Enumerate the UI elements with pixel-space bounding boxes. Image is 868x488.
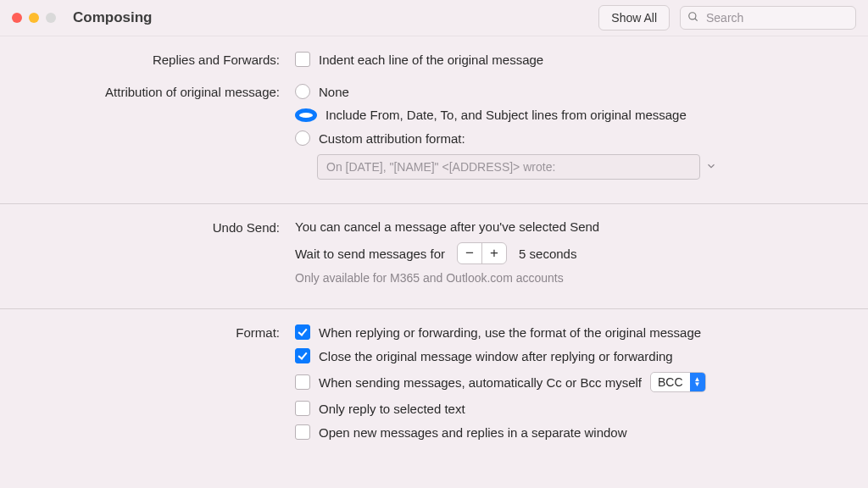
format-use-original-checkbox[interactable] [295, 324, 310, 340]
wait-seconds-value: 5 seconds [519, 247, 576, 261]
attribution-none-label: None [319, 85, 349, 99]
format-label: Format: [17, 324, 295, 340]
attribution-custom-label: Custom attribution format: [319, 131, 465, 146]
chevron-down-icon[interactable] [700, 160, 717, 175]
titlebar: Composing Show All [0, 0, 868, 36]
format-only-selected-row[interactable]: Only reply to selected text [295, 401, 851, 416]
svg-line-1 [695, 18, 698, 20]
attribution-include-row[interactable]: Include From, Date, To, and Subject line… [295, 108, 851, 122]
undo-send-label: Undo Send: [17, 219, 295, 235]
replies-forwards-label: Replies and Forwards: [17, 52, 295, 67]
traffic-lights [12, 13, 56, 23]
format-close-original-label: Close the original message window after … [319, 349, 673, 363]
svg-point-0 [689, 12, 696, 19]
format-separate-window-checkbox[interactable] [295, 424, 310, 440]
close-window-button[interactable] [12, 13, 22, 23]
format-close-original-checkbox[interactable] [295, 348, 310, 363]
format-use-original-label: When replying or forwarding, use the for… [319, 325, 701, 340]
indent-checkbox[interactable] [295, 52, 310, 67]
select-arrows-icon: ▲▼ [690, 373, 705, 391]
format-only-selected-checkbox[interactable] [295, 401, 310, 416]
undo-send-hint: Only available for M365 and Outlook.com … [295, 271, 851, 285]
show-all-button[interactable]: Show All [598, 5, 670, 30]
indent-checkbox-row[interactable]: Indent each line of the original message [295, 52, 851, 67]
attribution-none-radio[interactable] [295, 84, 310, 99]
attribution-include-radio[interactable] [295, 108, 317, 122]
format-auto-cc-checkbox[interactable] [295, 374, 310, 390]
attribution-custom-radio[interactable] [295, 130, 310, 146]
format-separate-window-row[interactable]: Open new messages and replies in a separ… [295, 424, 851, 440]
search-icon [687, 11, 704, 25]
format-auto-cc-label: When sending messages, automatically Cc … [319, 375, 642, 390]
cc-bcc-value: BCC [651, 375, 690, 389]
format-auto-cc-row[interactable]: When sending messages, automatically Cc … [295, 372, 851, 392]
zoom-window-button[interactable] [46, 13, 56, 23]
indent-label: Indent each line of the original message [319, 53, 543, 67]
wait-seconds-stepper[interactable]: − + [457, 242, 507, 264]
stepper-minus-button[interactable]: − [458, 243, 482, 263]
format-separate-window-label: Open new messages and replies in a separ… [319, 425, 627, 440]
custom-attribution-field[interactable]: On [DATE], "[NAME]" <[ADDRESS]> wrote: [317, 154, 700, 180]
format-only-selected-label: Only reply to selected text [319, 402, 465, 416]
attribution-custom-row[interactable]: Custom attribution format: [295, 130, 851, 146]
stepper-plus-button[interactable]: + [482, 243, 506, 263]
cc-bcc-select[interactable]: BCC ▲▼ [650, 372, 706, 392]
minimize-window-button[interactable] [29, 13, 39, 23]
attribution-include-label: Include From, Date, To, and Subject line… [326, 108, 687, 122]
wait-prefix: Wait to send messages for [295, 247, 445, 261]
format-close-original-row[interactable]: Close the original message window after … [295, 348, 851, 363]
attribution-none-row[interactable]: None [295, 84, 851, 99]
search-field[interactable] [680, 6, 856, 30]
search-input[interactable] [704, 10, 849, 25]
window-title: Composing [73, 9, 153, 26]
undo-send-description: You can cancel a message after you've se… [295, 219, 851, 234]
attribution-label: Attribution of original message: [17, 84, 295, 99]
format-use-original-row[interactable]: When replying or forwarding, use the for… [295, 324, 851, 340]
